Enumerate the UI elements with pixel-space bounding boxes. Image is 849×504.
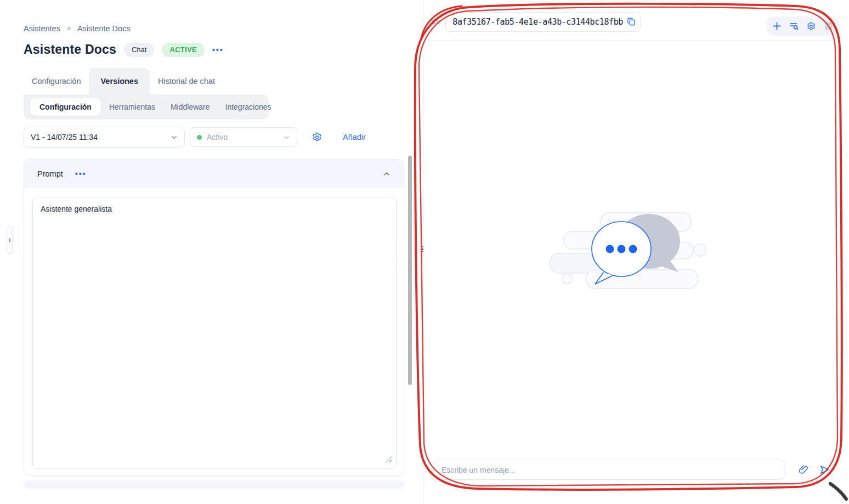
add-version-button[interactable]: Añadir: [343, 133, 366, 141]
version-select-value: V1 - 14/07/25 11:34: [31, 133, 98, 141]
prompt-header: Prompt •••: [24, 160, 404, 188]
copy-id-button[interactable]: [626, 16, 637, 27]
version-row: V1 - 14/07/25 11:34 Activo Añadir: [24, 127, 366, 148]
chevron-up-icon: [383, 170, 390, 178]
attach-file-button[interactable]: [797, 464, 809, 475]
chat-panel: ID: 8af35167-fab5-4e1e-a43b-c3144bc18fbb: [424, 0, 842, 504]
app-root: Asistentes > Asistente Docs Asistente Do…: [0, 0, 849, 504]
tab-configuracion[interactable]: Configuración: [24, 68, 89, 94]
prompt-title: Prompt: [37, 169, 63, 178]
chat-topbar: ID: 8af35167-fab5-4e1e-a43b-c3144bc18fbb: [424, 3, 842, 41]
gear-icon: [312, 132, 322, 143]
send-icon: [819, 464, 830, 475]
message-input[interactable]: [433, 460, 785, 480]
left-panel-scrollbar[interactable]: [408, 156, 412, 385]
chat-composer: [433, 460, 834, 480]
chevron-down-icon: [283, 134, 290, 141]
breadcrumb-separator-icon: >: [67, 25, 71, 32]
header-more-button[interactable]: •••: [212, 46, 224, 54]
prompt-textarea[interactable]: Asistente generalista: [32, 197, 397, 469]
version-settings-button[interactable]: [312, 132, 322, 143]
subtab-herramientas[interactable]: Herramientas: [102, 98, 162, 116]
subtab-middleware[interactable]: Middleware: [163, 98, 217, 116]
chat-settings-button[interactable]: [804, 19, 818, 33]
breadcrumb: Asistentes > Asistente Docs: [24, 24, 131, 33]
send-message-button[interactable]: [819, 464, 830, 475]
tab-versiones[interactable]: Versiones: [89, 68, 150, 94]
empty-chat-illustration: [548, 202, 713, 295]
chat-id-value: 8af35167-fab5-4e1e-a43b-c3144bc18fbb: [452, 17, 623, 27]
status-select-value: Activo: [207, 133, 228, 141]
page-title: Asistente Docs: [24, 42, 116, 57]
paperclip-icon: [797, 464, 809, 475]
title-row: Asistente Docs Chat ACTIVE •••: [24, 42, 224, 57]
subtab-configuracion[interactable]: Configuración: [30, 98, 101, 116]
main-tabs: Configuración Versiones Historial de cha…: [24, 68, 223, 94]
save-chat-button[interactable]: [822, 19, 836, 33]
chevron-down-icon: [171, 134, 178, 141]
sidebar-handle-tick: [9, 238, 10, 242]
status-badge: ACTIVE: [162, 43, 204, 57]
version-select[interactable]: V1 - 14/07/25 11:34: [24, 127, 185, 148]
type-badge: Chat: [124, 43, 154, 57]
plus-icon: [772, 21, 782, 31]
next-section-header-peek[interactable]: [24, 480, 404, 489]
prompt-collapse-button[interactable]: [383, 170, 390, 178]
prompt-more-button[interactable]: •••: [75, 169, 87, 178]
status-select[interactable]: Activo: [190, 127, 297, 147]
copy-icon: [626, 16, 637, 27]
sidebar-expand-handle[interactable]: [8, 225, 13, 254]
prompt-card: Prompt ••• Asistente generalista: [24, 159, 404, 476]
list-search-icon: [789, 21, 799, 31]
chat-actions-toolbar: [767, 16, 839, 36]
chat-id-label: ID:: [431, 18, 440, 26]
breadcrumb-item-asistente-docs[interactable]: Asistente Docs: [77, 24, 131, 33]
new-chat-button[interactable]: [769, 19, 784, 33]
sub-tabs: Configuración Herramientas Middleware In…: [24, 94, 269, 120]
gear-icon: [806, 21, 816, 31]
chat-id-box: 8af35167-fab5-4e1e-a43b-c3144bc18fbb: [445, 12, 641, 32]
status-green-dot-icon: [197, 135, 202, 140]
save-icon: [824, 21, 833, 31]
tab-historial-de-chat[interactable]: Historial de chat: [150, 68, 223, 94]
prompt-body: Asistente generalista: [24, 188, 404, 476]
subtab-integraciones[interactable]: Integraciones: [218, 98, 279, 116]
chat-logs-button[interactable]: [787, 19, 801, 33]
breadcrumb-item-asistentes[interactable]: Asistentes: [24, 24, 60, 33]
